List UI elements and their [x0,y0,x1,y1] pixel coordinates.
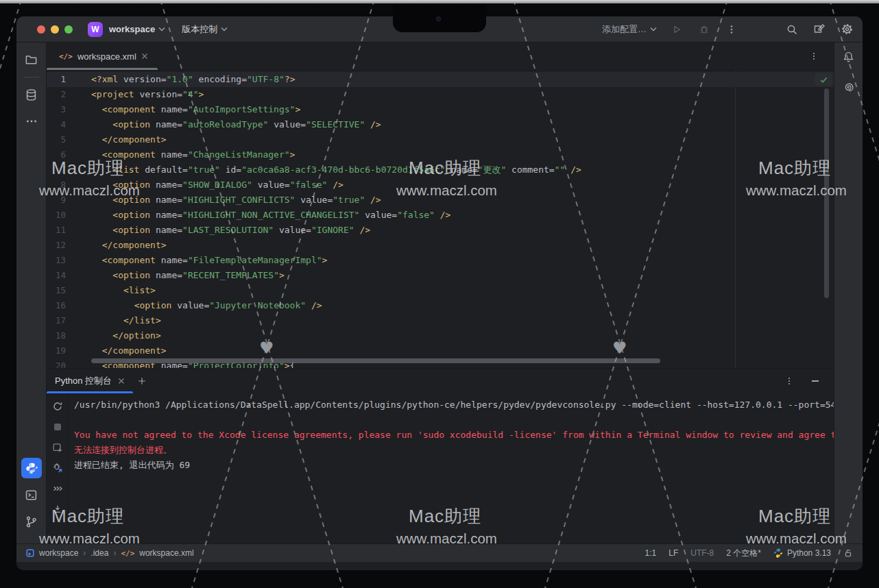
breadcrumb-dir[interactable]: .idea [91,548,108,558]
tab-options-kebab-icon[interactable] [806,49,821,64]
code-line[interactable]: 13 <component name="FileTemplateManagerI… [47,253,834,268]
active-tab-underline [47,68,158,70]
code-line[interactable]: 18 </option> [47,328,834,343]
code-line[interactable]: 19 </component> [47,343,834,358]
console-line [74,413,828,428]
code-line[interactable]: 15 <list> [47,283,834,298]
project-widget[interactable]: workspace [109,24,155,34]
code-line[interactable]: 3 <component name="AutoImportSettings"> [47,102,834,117]
chevron-right-icon: › [113,548,116,558]
code-line[interactable]: 6 <component name="ChangeListManager"> [47,147,834,162]
lock-icon[interactable] [843,548,853,558]
show-command-queue-icon[interactable] [50,481,65,496]
breadcrumb-file[interactable]: workspace.xml [139,548,193,558]
line-number: 14 [47,268,76,283]
settings-gear-icon[interactable] [839,22,854,37]
new-console-plus-icon[interactable] [134,373,149,389]
line-number: 2 [47,87,76,102]
git-tool-button[interactable] [21,511,42,532]
line-number: 7 [47,162,76,177]
caret-position-widget[interactable]: 1:1 [645,548,657,558]
python-console-tool-button[interactable] [21,458,42,478]
xml-file-icon: </> [59,52,73,61]
code-line[interactable]: 17 </list> [47,313,834,328]
terminal-tool-button[interactable] [21,485,42,505]
python-logo-icon [773,548,783,558]
database-tool-button[interactable] [21,84,42,105]
code-line[interactable]: 10 <option name="HIGHLIGHT_NON_ACTIVE_CH… [47,208,834,223]
code-line[interactable]: 12 </component> [47,238,834,253]
chevron-down-icon [650,27,657,32]
chevron-right-icon: › [83,548,86,558]
run-button[interactable] [669,22,684,37]
editor-tab-bar: </> workspace.xml [47,42,834,71]
horizontal-scrollbar[interactable] [91,358,660,363]
code-editor[interactable]: 1<?xml version="1.0" encoding="UTF-8"?>2… [47,71,834,368]
code-line[interactable]: 1<?xml version="1.0" encoding="UTF-8"?> [47,72,834,87]
feedback-button[interactable] [812,22,827,37]
right-tool-bar [834,42,863,543]
active-console-tab-underline [47,391,133,393]
display-top-edge [0,0,879,3]
code-line[interactable]: 8 <option name="SHOW_DIALOG" value="fals… [47,177,834,193]
console-toolbar [47,394,69,543]
ai-assistant-icon[interactable] [841,79,856,95]
code-line[interactable]: 11 <option name="LAST_RESOLUTION" value=… [47,223,834,238]
line-number: 6 [47,147,76,162]
line-number: 10 [47,208,76,223]
more-tool-windows-button[interactable] [21,111,42,132]
code-line[interactable]: 5 </component> [47,132,834,147]
line-number: 12 [47,238,76,253]
project-icon: W [88,22,103,37]
vertical-scrollbar[interactable] [824,88,829,298]
interpreter-widget[interactable]: Python 3.13 [773,548,831,558]
execute-in-console-icon[interactable] [50,440,65,455]
console-options-kebab-icon[interactable] [782,373,797,389]
vcs-widget[interactable]: 版本控制 [182,23,217,36]
code-line[interactable]: 9 <option name="HIGHLIGHT_CONFLICTS" val… [47,193,834,208]
indent-widget[interactable]: 2 个空格* [726,548,761,559]
console-output[interactable]: /usr/bin/python3 /Applications/DataSpell… [69,394,834,543]
minimize-window-button[interactable] [51,25,59,34]
tab-python-console[interactable]: Python 控制台 [47,369,133,393]
project-tool-button[interactable] [21,49,42,69]
code-line[interactable]: 4 <option name="autoReloadType" value="S… [47,117,834,132]
debug-button[interactable] [697,22,712,37]
console-header: Python 控制台 [47,369,834,394]
inspections-widget[interactable] [815,73,832,86]
line-number: 19 [47,343,76,358]
search-everywhere-button[interactable] [784,22,799,37]
line-number: 17 [47,313,76,328]
breadcrumb-root[interactable]: workspace [39,548,78,558]
line-number: 13 [47,253,76,268]
line-separator-widget[interactable]: LF [669,548,678,558]
console-line: /usr/bin/python3 /Applications/DataSpell… [74,397,828,413]
close-tab-icon[interactable] [141,53,148,60]
console-line: 进程已结束, 退出代码为 69 [74,458,828,473]
close-console-tab-icon[interactable] [118,378,125,384]
code-line[interactable]: 14 <option name="RECENT_TEMPLATES"> [47,268,834,283]
attach-debugger-icon[interactable] [50,461,65,476]
zoom-window-button[interactable] [64,25,73,34]
code-area[interactable]: 1<?xml version="1.0" encoding="UTF-8"?>2… [47,72,834,368]
stop-console-icon[interactable] [50,419,65,434]
divider [24,77,39,77]
notifications-bell-icon[interactable] [841,49,856,64]
code-line[interactable]: 2<project version="4"> [47,87,834,102]
macbook-screen: W workspace 版本控制 添加配置… [0,0,879,588]
code-line[interactable]: 7 <list default="true" id="ac0ca6a8-acf3… [47,162,834,177]
minimize-panel-icon[interactable] [808,373,823,389]
encoding-widget[interactable]: UTF-8 [690,548,714,558]
scroll-to-end-icon[interactable] [50,502,65,517]
close-window-button[interactable] [37,25,45,34]
breadcrumb: workspace › .idea › </> workspace.xml [26,548,194,558]
rerun-console-icon[interactable] [50,399,65,414]
tab-workspace-xml[interactable]: </> workspace.xml [47,42,158,70]
more-actions-kebab-icon[interactable] [724,22,739,37]
line-number: 5 [47,132,76,147]
line-number: 11 [47,223,76,238]
chevron-down-icon [158,27,165,32]
run-configuration-selector[interactable]: 添加配置… [602,23,657,36]
chevron-down-icon [221,27,228,32]
code-line[interactable]: 16 <option value="Jupyter Notebook" /> [47,298,834,313]
